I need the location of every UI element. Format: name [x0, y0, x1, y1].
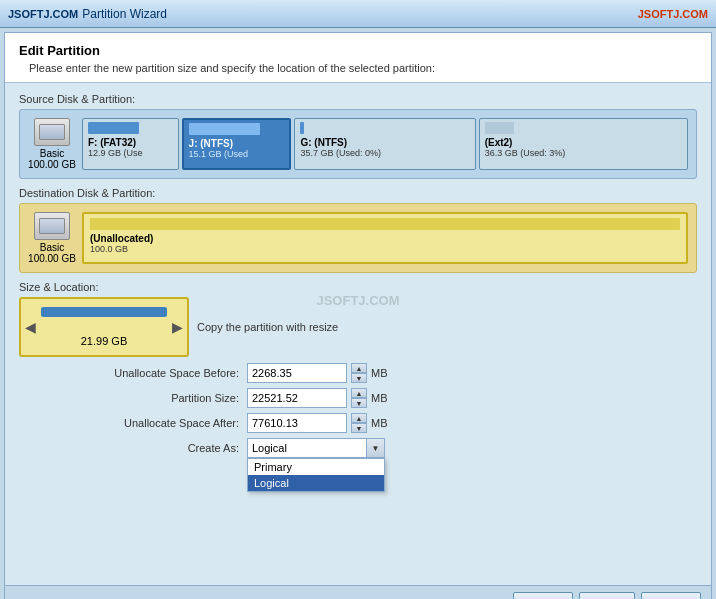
unallocate-before-spinner: ▲ ▼ — [351, 363, 367, 383]
unallocate-after-up[interactable]: ▲ — [351, 413, 367, 423]
dest-partition-bar — [90, 218, 680, 230]
content-area: Source Disk & Partition: Basic 100.00 GB… — [5, 83, 711, 585]
slider-arrow-left-icon[interactable]: ◀ — [25, 319, 36, 335]
partition-size-row: Partition Size: 22521.52 ▲ ▼ MB — [79, 388, 697, 408]
partition-ntfs2[interactable]: G: (NTFS) 35.7 GB (Used: 0%) — [294, 118, 475, 170]
back-button[interactable]: < Back — [513, 592, 573, 599]
header-title: Edit Partition — [19, 43, 697, 58]
partition-ntfs-sel-size: 15.1 GB (Used — [189, 149, 285, 159]
partition-fat32-size: 12.9 GB (Use — [88, 148, 173, 158]
dest-disk-size: 100.00 GB — [28, 253, 76, 264]
bar-ntfs2 — [300, 122, 303, 134]
unallocate-after-label: Unallocate Space After: — [79, 417, 239, 429]
create-as-popup: Primary Logical — [247, 458, 385, 492]
unallocate-before-up[interactable]: ▲ — [351, 363, 367, 373]
partition-slider[interactable]: ◀ ▶ 21.99 GB — [19, 297, 189, 357]
source-disk-label: Source Disk & Partition: — [19, 93, 697, 105]
partition-size-unit: MB — [371, 392, 388, 404]
title-bar-title: Partition Wizard — [82, 7, 167, 21]
source-disk-area: Basic 100.00 GB F: (FAT32) 12.9 GB (Use … — [19, 109, 697, 179]
bottom-bar: JSOFTJ.COM < Back Finish Cancel — [5, 585, 711, 599]
title-bar-logo: JSOFTJ.COM — [8, 8, 78, 20]
partition-ext2-size: 36.3 GB (Used: 3%) — [485, 148, 682, 158]
copy-label: Copy the partition with resize — [197, 321, 338, 333]
unallocate-before-input[interactable]: 2268.35 — [247, 363, 347, 383]
unallocate-before-unit: MB — [371, 367, 388, 379]
disk-image — [34, 118, 70, 146]
create-as-input-group: Logical ▼ Primary Logical — [247, 438, 385, 458]
dest-partition-name: (Unallocated) — [90, 233, 680, 244]
partitions-row: F: (FAT32) 12.9 GB (Use J: (NTFS) 15.1 G… — [82, 118, 688, 170]
create-as-dropdown-arrow[interactable]: ▼ — [367, 438, 385, 458]
unallocate-before-input-group: 2268.35 ▲ ▼ MB — [247, 363, 388, 383]
partition-size-spinner: ▲ ▼ — [351, 388, 367, 408]
unallocate-after-row: Unallocate Space After: 77610.13 ▲ ▼ MB — [79, 413, 697, 433]
unallocate-before-row: Unallocate Space Before: 2268.35 ▲ ▼ MB — [79, 363, 697, 383]
source-disk-icon: Basic 100.00 GB — [28, 118, 76, 170]
dest-disk-label: Destination Disk & Partition: — [19, 187, 697, 199]
partitions-container: F: (FAT32) 12.9 GB (Use J: (NTFS) 15.1 G… — [82, 118, 688, 170]
bottom-buttons: < Back Finish Cancel — [513, 592, 701, 599]
create-as-dropdown-container: Logical ▼ Primary Logical — [247, 438, 385, 458]
disk-size: 100.00 GB — [28, 159, 76, 170]
partition-ext2-name: (Ext2) — [485, 137, 682, 148]
create-as-label: Create As: — [79, 442, 239, 454]
dialog: Edit Partition Please enter the new part… — [4, 32, 712, 599]
slider-arrow-right-icon[interactable]: ▶ — [172, 319, 183, 335]
dest-disk-name: Basic — [28, 242, 76, 253]
create-as-value[interactable]: Logical — [247, 438, 367, 458]
unallocate-after-down[interactable]: ▼ — [351, 423, 367, 433]
option-logical[interactable]: Logical — [248, 475, 384, 491]
header-section: Edit Partition Please enter the new part… — [5, 33, 711, 83]
unallocate-after-spinner: ▲ ▼ — [351, 413, 367, 433]
bar-ntfs-sel — [189, 123, 261, 135]
slider-size-text: 21.99 GB — [21, 335, 187, 347]
partition-ext2[interactable]: (Ext2) 36.3 GB (Used: 3%) — [479, 118, 688, 170]
partition-size-label: Partition Size: — [79, 392, 239, 404]
bar-fat32 — [88, 122, 139, 134]
disk-name: Basic — [28, 148, 76, 159]
unallocate-before-label: Unallocate Space Before: — [79, 367, 239, 379]
dest-disk-image — [34, 212, 70, 240]
header-description: Please enter the new partition size and … — [29, 62, 697, 74]
option-primary[interactable]: Primary — [248, 459, 384, 475]
title-bar-logo-right: JSOFTJ.COM — [638, 8, 708, 20]
partition-fat32-name: F: (FAT32) — [88, 137, 173, 148]
partition-size-input[interactable]: 22521.52 — [247, 388, 347, 408]
partition-ntfs-selected[interactable]: J: (NTFS) 15.1 GB (Used — [182, 118, 292, 170]
create-as-row: Create As: Logical ▼ Primary Logical — [79, 438, 697, 458]
partition-ntfs-sel-name: J: (NTFS) — [189, 138, 285, 149]
cancel-button[interactable]: Cancel — [641, 592, 701, 599]
size-location-label: Size & Location: — [19, 281, 697, 293]
size-location-inner: ◀ ▶ 21.99 GB Copy the partition with res… — [19, 297, 697, 357]
partition-size-input-group: 22521.52 ▲ ▼ MB — [247, 388, 388, 408]
unallocate-after-input-group: 77610.13 ▲ ▼ MB — [247, 413, 388, 433]
partition-fat32[interactable]: F: (FAT32) 12.9 GB (Use — [82, 118, 179, 170]
partition-size-up[interactable]: ▲ — [351, 388, 367, 398]
finish-button[interactable]: Finish — [579, 592, 634, 599]
create-as-dropdown-wrapper: Logical ▼ — [247, 438, 385, 458]
unallocate-after-unit: MB — [371, 417, 388, 429]
dest-partition-item[interactable]: (Unallocated) 100.0 GB — [82, 212, 688, 264]
size-location-section: Size & Location: ◀ ▶ 21.99 GB Copy the p… — [19, 281, 697, 357]
form-section: Unallocate Space Before: 2268.35 ▲ ▼ MB … — [79, 363, 697, 458]
partition-ntfs2-size: 35.7 GB (Used: 0%) — [300, 148, 469, 158]
partition-size-down[interactable]: ▼ — [351, 398, 367, 408]
dest-disk-icon: Basic 100.00 GB — [28, 212, 76, 264]
unallocate-after-input[interactable]: 77610.13 — [247, 413, 347, 433]
slider-bar — [41, 307, 167, 317]
dest-disk-area: Basic 100.00 GB (Unallocated) 100.0 GB — [19, 203, 697, 273]
title-bar: JSOFTJ.COM Partition Wizard JSOFTJ.COM — [0, 0, 716, 28]
partition-ntfs2-name: G: (NTFS) — [300, 137, 469, 148]
bar-ext2 — [485, 122, 515, 134]
unallocate-before-down[interactable]: ▼ — [351, 373, 367, 383]
dest-partition-size: 100.0 GB — [90, 244, 680, 254]
